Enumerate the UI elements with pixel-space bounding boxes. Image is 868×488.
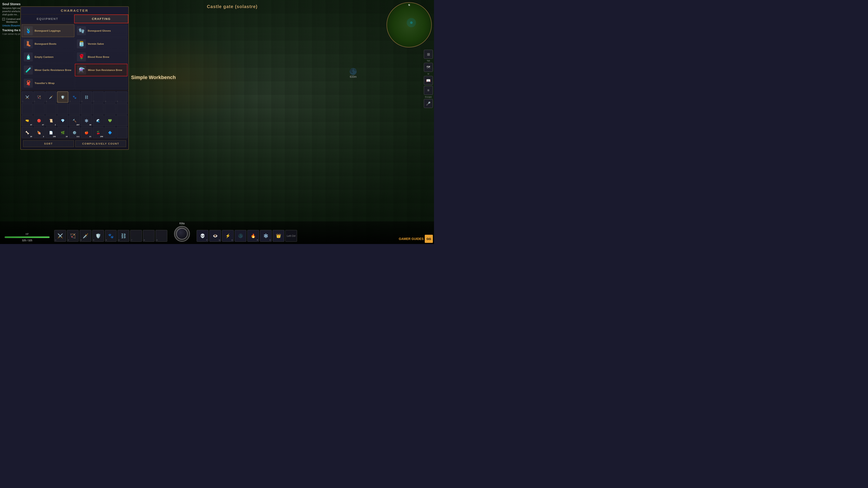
map-label: M: [428, 73, 429, 75]
workbench-label: Simple Workbench: [131, 74, 176, 80]
tab-crafting[interactable]: CRAFTING: [74, 14, 128, 23]
skill-slot-passive[interactable]: 🌑: [235, 230, 246, 242]
inv-slot-2-3[interactable]: [45, 103, 57, 114]
item-boneguard-gloves[interactable]: 🧤 Boneguard Gloves: [75, 24, 127, 37]
item-icon-minor-garlic-resistance: 🧪: [24, 66, 33, 74]
skill-slot-e[interactable]: ⚡E: [222, 230, 234, 242]
map-button[interactable]: 🗺: [424, 63, 433, 72]
inv-slot-4-6[interactable]: 🍎21: [81, 127, 92, 138]
inv-slot-4-3[interactable]: 📄156: [45, 127, 57, 138]
inv-slot-1-4[interactable]: 🛡️4: [57, 92, 68, 103]
item-name-vermin-salve: Vermin Salve: [88, 42, 104, 46]
hotbar-slot-7[interactable]: 7: [130, 230, 142, 242]
inv-slot-3-1[interactable]: 🤜47: [22, 115, 33, 126]
hotbar-slot-5[interactable]: 🐾5: [105, 230, 117, 242]
inv-slot-1-8[interactable]: 8: [104, 92, 116, 103]
inv-slot-3-2[interactable]: 🔴47: [33, 115, 44, 126]
sort-button[interactable]: SORT: [23, 140, 74, 147]
item-name-boneguard-boots: Boneguard Boots: [35, 42, 56, 46]
inv-slot-3-3[interactable]: 📜2: [45, 115, 57, 126]
hud-hp-section: HP 325 / 325: [4, 233, 50, 242]
gamer-guides-text: GAMER GUIDES: [399, 237, 424, 240]
bottom-hotbar: ⚔️1 🏹2 🗡️3 🛡️4 🐾5 ⛓️6 7 8 9: [54, 230, 167, 242]
inv-slot-4-5[interactable]: ⚙️111: [69, 127, 80, 138]
item-minor-sun-resistance[interactable]: ⚗️ Minor Sun Resistance Brew: [75, 64, 127, 76]
left-ctrl-button[interactable]: Left Ctrl: [285, 230, 297, 242]
inv-slot-3-5[interactable]: 🔨287: [69, 115, 80, 126]
item-name-boneguard-gloves: Boneguard Gloves: [88, 29, 111, 33]
inv-slot-2-4[interactable]: [57, 103, 68, 114]
tab-button[interactable]: ⊞: [424, 50, 433, 59]
book-button[interactable]: 📖: [424, 76, 433, 85]
inventory-row-4: 🦴20 🍖2 📄156 🌿15 ⚙️111 🍎21 🍒250 🔷: [22, 127, 127, 138]
item-icon-boneguard-boots: 👢: [24, 39, 33, 48]
skill-slot-c[interactable]: ❄️C: [260, 230, 272, 242]
item-icon-travellers-wrap: 🧣: [24, 78, 33, 88]
inv-slot-2-7[interactable]: [93, 103, 104, 114]
inv-slot-3-7[interactable]: 🌊: [93, 115, 104, 126]
item-blood-rose-brew[interactable]: 🌹 Blood Rose Brew: [75, 51, 127, 63]
skill-slot-ultimate[interactable]: 👑: [273, 230, 284, 242]
skill-slot-f[interactable]: 💀F: [197, 230, 209, 242]
item-travellers-wrap[interactable]: 🧣 Traveller's Wrap: [22, 77, 74, 90]
inv-slot-4-7[interactable]: 🍒250: [93, 127, 104, 138]
inv-slot-4-9[interactable]: [116, 127, 127, 138]
inv-slot-4-4[interactable]: 🌿15: [57, 127, 68, 138]
hotbar-slot-1[interactable]: ⚔️1: [54, 230, 66, 242]
hotbar-slot-9[interactable]: 9: [156, 230, 167, 242]
hp-value: 325 / 325: [22, 239, 32, 242]
inv-slot-2-2[interactable]: [33, 103, 44, 114]
item-boneguard-leggings[interactable]: 🩱 Boneguard Leggings: [22, 24, 74, 37]
inv-slot-1-7[interactable]: 7: [93, 92, 104, 103]
inv-slot-2-9[interactable]: [116, 103, 127, 114]
item-name-blood-rose-brew: Blood Rose Brew: [88, 55, 109, 59]
hotbar-slot-4[interactable]: 🛡️4: [92, 230, 104, 242]
escape-label: Escape: [425, 96, 432, 98]
inv-slot-3-4[interactable]: 💎: [57, 115, 68, 126]
hotbar-slot-8[interactable]: 8: [143, 230, 155, 242]
items-grid: 🩱 Boneguard Leggings 🧤 Boneguard Gloves …: [21, 24, 128, 90]
gamer-guides-icon: GG: [425, 235, 433, 243]
inv-slot-3-8[interactable]: 💚: [104, 115, 116, 126]
item-boneguard-boots[interactable]: 👢 Boneguard Boots: [22, 37, 74, 50]
compulsively-count-button[interactable]: COMPULSIVELY COUNT: [75, 140, 126, 147]
tab-bar: EQUIPMENT CRAFTING: [21, 14, 128, 24]
item-name-minor-garlic-resistance: Minor Garlic Resistance Brew: [35, 68, 71, 72]
item-name-boneguard-leggings: Boneguard Leggings: [35, 29, 61, 33]
escape-button[interactable]: ≡: [424, 86, 433, 95]
inv-slot-2-6[interactable]: [81, 103, 92, 114]
inv-slot-1-1[interactable]: ⚔️1: [22, 92, 33, 103]
inv-slot-1-2[interactable]: 🏹2: [33, 92, 44, 103]
hotbar-slot-2[interactable]: 🏹2: [67, 230, 79, 242]
item-vermin-salve[interactable]: 🫙 Vermin Salve: [75, 37, 127, 50]
orb-inner: [176, 228, 188, 239]
inv-slot-4-1[interactable]: 🦴20: [22, 127, 33, 138]
inv-slot-2-5[interactable]: [69, 103, 80, 114]
inv-slot-2-1[interactable]: [22, 103, 33, 114]
item-icon-boneguard-gloves: 🧤: [77, 26, 86, 35]
inv-slot-1-3[interactable]: 🗡️3: [45, 92, 57, 103]
skill-slot-q[interactable]: 👁️Q: [209, 230, 221, 242]
item-name-minor-sun-resistance: Minor Sun Resistance Brew: [88, 68, 122, 72]
hp-bar-bottom: [4, 236, 50, 238]
inv-slot-2-8[interactable]: [104, 103, 116, 114]
inv-slot-1-5[interactable]: 🐾5: [69, 92, 80, 103]
tab-equipment[interactable]: EQUIPMENT: [21, 14, 74, 23]
item-icon-blood-rose-brew: 🌹: [77, 53, 86, 61]
inv-slot-4-8[interactable]: 🔷: [104, 127, 116, 138]
hotbar-slot-6[interactable]: ⛓️6: [118, 230, 129, 242]
inv-slot-3-9[interactable]: [116, 115, 127, 126]
inv-slot-1-6[interactable]: ⛓️6: [81, 92, 92, 103]
minimap[interactable]: N: [386, 2, 432, 47]
skill-slot-r[interactable]: 🔥R: [247, 230, 259, 242]
minimap-compass: N: [408, 4, 410, 6]
inv-slot-3-6[interactable]: ❄️48: [81, 115, 92, 126]
inv-slot-1-9[interactable]: 9: [116, 92, 127, 103]
item-minor-garlic-resistance[interactable]: 🧪 Minor Garlic Resistance Brew: [22, 64, 74, 76]
hotbar-slot-3[interactable]: 🗡️3: [80, 230, 91, 242]
item-name-empty-canteen: Empty Canteen: [35, 55, 54, 59]
item-empty-canteen[interactable]: 🧴 Empty Canteen: [22, 51, 74, 63]
mic-button[interactable]: 🎤: [424, 99, 433, 108]
inv-slot-4-2[interactable]: 🍖2: [33, 127, 44, 138]
item-icon-vermin-salve: 🫙: [77, 39, 86, 48]
